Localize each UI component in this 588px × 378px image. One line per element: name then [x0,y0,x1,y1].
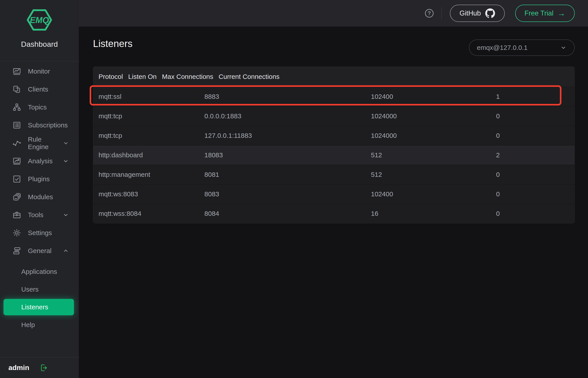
sidebar-item-label: Topics [28,104,47,111]
plugins-icon [13,175,21,183]
emqx-dashboard-app: EMQ Dashboard Monitor Clients Topics [0,0,588,378]
table-row: mqtt:ws:8083 8083 102400 0 [93,184,575,204]
clients-icon [13,85,21,94]
page-title: Listeners [93,38,133,49]
arrow-right-icon: → [557,9,565,17]
table-row: mqtt:tcp 127.0.0.1:11883 1024000 0 [93,126,575,145]
github-button[interactable]: GitHub [450,5,505,22]
sidebar-item[interactable]: Monitor [0,62,79,80]
sidebar-subitem-label: Help [21,321,35,329]
sidebar-item[interactable]: Plugins [0,170,79,188]
sidebar: EMQ Dashboard Monitor Clients Topics [0,0,79,378]
chevron-down-icon [63,140,69,147]
chevron-down-icon [63,158,69,164]
brand: EMQ Dashboard [0,0,79,61]
logged-in-user: admin [8,364,29,372]
cell-max-connections: 512 [366,151,491,159]
sidebar-item-label: Analysis [28,157,53,165]
cell-current-connections: 2 [491,151,575,159]
cell-current-connections: 1 [491,93,575,100]
github-icon [485,8,495,18]
cell-max-connections: 512 [366,171,491,178]
sidebar-subitem-label: Users [21,286,38,293]
cell-current-connections: 0 [491,132,575,139]
sidebar-item[interactable]: Modules [0,188,79,206]
sidebar-subitem[interactable]: Applications [0,263,79,281]
topbar-divider [441,7,442,19]
general-icon [13,246,21,255]
cell-listen-on: 18083 [199,151,366,159]
column-header: Listen On [123,73,156,81]
sidebar-item[interactable]: Settings [0,224,79,242]
sidebar-item-label: Tools [28,211,43,219]
sidebar-subitem[interactable]: Users [0,281,79,298]
user-bar: admin [0,357,79,378]
analysis-icon [13,157,21,165]
sidebar-item-label: Settings [28,229,52,237]
cell-protocol: mqtt:ws:8083 [93,190,199,198]
sidebar-subitem-label: Listeners [21,303,48,311]
sidebar-item-label: Rule Engine [28,135,63,151]
table-row: mqtt:wss:8084 8084 16 0 [93,204,575,223]
main-area: GitHub Free Trial → Listeners emqx@127.0… [79,0,588,378]
column-header: Max Connections [156,73,213,81]
sidebar-item[interactable]: Clients [0,80,79,98]
cell-max-connections: 16 [366,210,491,217]
monitor-icon [13,67,21,76]
emq-logo-icon: EMQ [26,8,53,31]
cell-current-connections: 0 [491,210,575,217]
sidebar-item-label: Subscriptions [28,122,68,129]
sidebar-subitem-label: Applications [21,268,57,275]
sidebar-item[interactable]: Subscriptions [0,116,79,134]
table-header-row: ProtocolListen OnMax ConnectionsCurrent … [93,67,575,87]
table-row: mqtt:tcp 0.0.0.0:1883 1024000 0 [93,106,575,126]
node-select-value: emqx@127.0.0.1 [477,44,528,51]
sidebar-item[interactable]: Topics [0,98,79,116]
cell-max-connections: 1024000 [366,112,491,120]
cell-listen-on: 127.0.0.1:11883 [199,132,366,139]
topbar: GitHub Free Trial → [79,0,588,27]
cell-current-connections: 0 [491,171,575,178]
cell-listen-on: 0.0.0.0:1883 [199,112,366,120]
cell-protocol: http:dashboard [93,151,199,159]
modules-icon [13,192,21,202]
sidebar-item-label: General [28,247,51,255]
cell-current-connections: 0 [491,190,575,198]
sidebar-subitem[interactable]: Listeners [3,299,74,315]
svg-text:EMQ: EMQ [30,15,49,25]
cell-protocol: http:management [93,171,199,178]
free-trial-label: Free Trial [524,9,553,17]
cell-max-connections: 102400 [366,190,491,198]
logout-icon[interactable] [39,363,48,372]
rule-engine-icon [13,139,21,148]
sidebar-item[interactable]: Tools [0,206,79,224]
content: Listeners emqx@127.0.0.1 ProtocolListen … [79,27,588,378]
cell-listen-on: 8081 [199,171,366,178]
sidebar-item[interactable]: Rule Engine [0,134,79,152]
general-submenu: Applications Users Listeners Help [0,263,79,334]
cell-protocol: mqtt:wss:8084 [93,210,199,217]
cell-protocol: mqtt:tcp [93,132,199,139]
table-body: mqtt:ssl 8883 102400 1 mqtt:tcp 0.0.0.0:… [93,87,575,223]
sidebar-item[interactable]: Analysis [0,152,79,170]
cell-listen-on: 8883 [199,93,366,100]
cell-listen-on: 8084 [199,210,366,217]
help-circle-icon[interactable] [424,8,434,18]
table-row: http:management 8081 512 0 [93,165,575,184]
tools-icon [13,211,21,219]
sidebar-menu: Monitor Clients Topics Subscriptions [0,61,79,260]
free-trial-button[interactable]: Free Trial → [515,5,575,22]
table-row: http:dashboard 18083 512 2 [93,145,575,165]
sidebar-item[interactable]: General [0,242,79,260]
column-header: Protocol [93,73,123,81]
chevron-down-icon [63,247,69,254]
sidebar-item-label: Monitor [28,68,50,75]
settings-icon [13,229,21,237]
chevron-down-icon [63,212,69,218]
sidebar-subitem[interactable]: Help [0,316,79,334]
node-select-dropdown[interactable]: emqx@127.0.0.1 [469,40,575,56]
table-row: mqtt:ssl 8883 102400 1 [93,87,575,106]
subscriptions-icon [13,121,21,130]
cell-current-connections: 0 [491,112,575,120]
column-header: Current Connections [213,73,279,81]
